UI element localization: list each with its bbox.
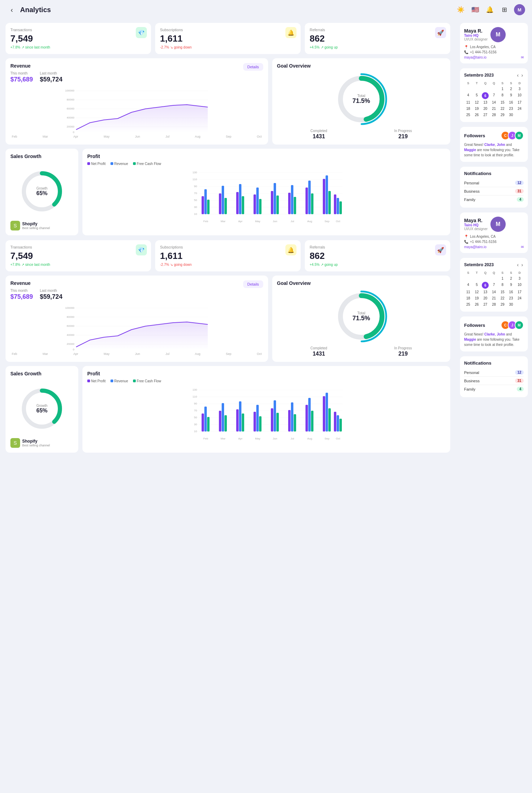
left-content: 💎 Transactions 7,549 +7.8% ↗ since last … <box>0 19 456 456</box>
charts-row-1: Revenue This month $75,689 Last month $5… <box>6 58 450 145</box>
cal-day[interactable]: 26 <box>473 112 481 118</box>
profile-location-2: 📍 Los Angeles, CA <box>464 235 524 238</box>
calendar-month-2: Setembro 2023 <box>464 262 494 267</box>
cal-day[interactable]: 22 <box>498 106 507 112</box>
cal-day[interactable]: 10 <box>515 92 524 99</box>
svg-rect-126 <box>311 411 313 432</box>
cal-day[interactable]: 1 <box>498 276 507 281</box>
cal-day[interactable]: 29 <box>498 302 507 307</box>
cal-day[interactable]: 10 <box>515 282 524 289</box>
cal-day[interactable]: 20 <box>481 106 489 112</box>
cal-day[interactable]: 4 <box>464 282 472 289</box>
cal-day[interactable]: 1 <box>498 86 507 92</box>
completed-stat-2: Completed 1431 <box>310 346 327 357</box>
cal-day[interactable]: 2 <box>507 86 515 92</box>
cal-day[interactable]: 19 <box>473 295 481 301</box>
notif-badge-family-2: 4 <box>517 387 524 391</box>
cal-day[interactable]: 28 <box>490 302 498 307</box>
cal-day[interactable]: 18 <box>464 106 472 112</box>
grid-icon[interactable]: ⊞ <box>499 5 509 15</box>
cal-day[interactable]: 15 <box>498 289 507 295</box>
cal-day[interactable]: 30 <box>507 302 515 307</box>
cal-day[interactable]: 7 <box>490 282 498 289</box>
flag-icon[interactable]: 🇺🇸 <box>470 5 480 15</box>
cal-day[interactable]: 16 <box>507 289 515 295</box>
cal-day[interactable]: 27 <box>481 112 489 118</box>
cal-day[interactable]: 23 <box>507 295 515 301</box>
cal-day[interactable]: 13 <box>481 99 489 105</box>
svg-text:40000: 40000 <box>67 116 75 119</box>
cal-day[interactable]: 21 <box>490 106 498 112</box>
svg-rect-107 <box>204 407 207 432</box>
user-avatar[interactable]: M <box>514 4 525 15</box>
cal-day[interactable]: 15 <box>498 99 507 105</box>
profile-avatar-2[interactable]: M <box>490 217 506 232</box>
svg-text:90: 90 <box>194 402 197 405</box>
sun-icon[interactable]: ☀️ <box>456 5 466 15</box>
calendar-header-1: Setembro 2023 ‹ › <box>464 72 524 78</box>
cal-day[interactable]: 9 <box>507 92 515 99</box>
cal-next-1[interactable]: › <box>521 72 524 78</box>
cal-day-today-2[interactable]: 6 <box>482 282 489 289</box>
phone-icon-1: 📞 <box>464 50 468 54</box>
cal-day[interactable]: 23 <box>507 106 515 112</box>
cal-day-today[interactable]: 6 <box>482 92 489 99</box>
cal-prev-1[interactable]: ‹ <box>516 72 520 78</box>
cal-day[interactable]: 14 <box>490 289 498 295</box>
cal-day[interactable]: 3 <box>515 276 524 281</box>
app-container: ‹ Analytics ☀️ 🇺🇸 🔔 ⊞ M 💎 Transactions 7… <box>0 0 532 456</box>
cal-day[interactable]: 20 <box>481 295 489 301</box>
cal-day[interactable]: 29 <box>498 112 507 118</box>
bell-icon[interactable]: 🔔 <box>485 5 495 15</box>
calendar-card-1: Setembro 2023 ‹ › S T Q Q S S D <box>460 68 528 122</box>
cal-day[interactable]: 12 <box>473 99 481 105</box>
cal-day[interactable]: 8 <box>498 92 507 99</box>
cal-day[interactable]: 8 <box>498 282 507 289</box>
cal-day[interactable]: 14 <box>490 99 498 105</box>
details-button[interactable]: Details <box>243 63 263 71</box>
last-month-block-2: Last month $59,724 <box>40 289 62 300</box>
profile-avatar-1[interactable]: M <box>490 27 506 42</box>
cal-day[interactable]: 12 <box>473 289 481 295</box>
cal-day[interactable]: 11 <box>464 289 472 295</box>
follower-avatar-6[interactable]: M <box>515 321 524 330</box>
cal-day[interactable]: 21 <box>490 295 498 301</box>
cal-day[interactable]: 17 <box>515 289 524 295</box>
cal-day[interactable]: 2 <box>507 276 515 281</box>
shopify-text-2: Shopify Best selling channel <box>22 439 50 447</box>
cal-day[interactable]: 28 <box>490 112 498 118</box>
cal-day[interactable]: 11 <box>464 99 472 105</box>
phone-icon-2: 📞 <box>464 240 468 244</box>
this-month-block-2: This month $75,689 <box>10 289 33 300</box>
revenue-card: Revenue This month $75,689 Last month $5… <box>6 58 268 145</box>
details-button-2[interactable]: Details <box>243 280 263 288</box>
referrals-label: Referrals <box>310 28 445 32</box>
cal-day[interactable]: 4 <box>464 92 472 99</box>
cal-day[interactable]: 16 <box>507 99 515 105</box>
svg-text:0: 0 <box>73 131 74 133</box>
cal-day[interactable]: 22 <box>498 295 507 301</box>
follower-avatar-3[interactable]: M <box>515 131 524 140</box>
back-button[interactable]: ‹ <box>7 5 17 15</box>
profile-phone-1: 📞 +1 444-751-5156 <box>464 50 524 54</box>
cal-day[interactable]: 24 <box>515 106 524 112</box>
svg-rect-127 <box>323 396 325 432</box>
cal-day[interactable]: 27 <box>481 302 489 307</box>
cal-day[interactable]: 9 <box>507 282 515 289</box>
cal-day[interactable]: 19 <box>473 106 481 112</box>
cal-day[interactable]: 7 <box>490 92 498 99</box>
cal-day[interactable]: 30 <box>507 112 515 118</box>
cal-prev-2[interactable]: ‹ <box>516 262 520 268</box>
cal-day[interactable]: 3 <box>515 86 524 92</box>
cal-next-2[interactable]: › <box>521 262 524 268</box>
cal-day[interactable]: 13 <box>481 289 489 295</box>
cal-day[interactable]: 26 <box>473 302 481 307</box>
cal-day[interactable]: 17 <box>515 99 524 105</box>
cal-day[interactable]: 18 <box>464 295 472 301</box>
cal-day[interactable]: 24 <box>515 295 524 301</box>
cal-day[interactable]: 5 <box>473 282 481 289</box>
cal-day[interactable]: 5 <box>473 92 481 99</box>
svg-text:65%: 65% <box>36 408 47 413</box>
cal-day[interactable]: 25 <box>464 302 472 307</box>
cal-day[interactable]: 25 <box>464 112 472 118</box>
